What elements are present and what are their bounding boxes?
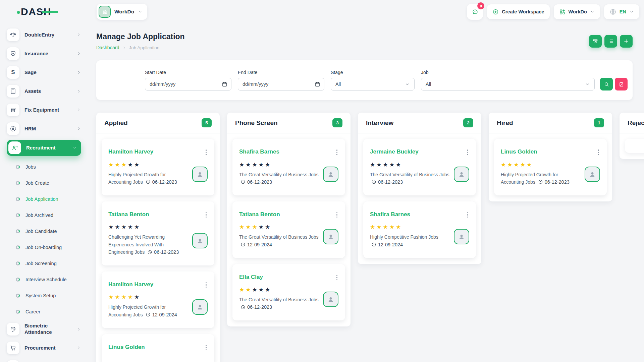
kebab-menu-button[interactable]	[466, 148, 470, 157]
candidate-name[interactable]: Tatiana Benton	[108, 211, 149, 218]
card-details: ★★★★★The Great Versatility of Business J…	[370, 162, 450, 187]
candidate-name[interactable]: Linus Golden	[501, 148, 537, 156]
sidebar-item-recruitment[interactable]: Recruitment	[7, 140, 81, 156]
candidate-card[interactable]: Shafira Barnes★★★★★Highly Competitive Fa…	[363, 201, 476, 258]
sidebar-item-sage[interactable]: SSage	[7, 63, 81, 82]
topbar: DASH WorkDo 0 Create Workspace WorkDo	[0, 0, 644, 23]
candidate-name[interactable]: Jermaine Buckley	[370, 148, 419, 156]
star-icon: ★	[239, 224, 246, 230]
calendar-icon[interactable]	[315, 81, 320, 87]
bullet-icon	[16, 310, 20, 314]
application-date: 06-12-2023	[370, 179, 403, 185]
messages-button[interactable]: 0	[467, 4, 483, 20]
job-description: The Great Versatility of Business Jobs 0…	[239, 296, 319, 312]
candidate-name[interactable]: Hamilton Harvey	[108, 148, 153, 156]
kebab-menu-button[interactable]	[335, 148, 339, 157]
column-body: Hamilton Harvey★★★★★Highly Projected Gro…	[96, 133, 220, 362]
kanban-column-applied: Applied5Hamilton Harvey★★★★★Highly Proje…	[96, 113, 220, 362]
scales-icon	[7, 28, 19, 41]
candidate-card[interactable]: Hamilton Harvey★★★★★Highly Projected Gro…	[102, 139, 214, 195]
kebab-menu-button[interactable]	[205, 211, 208, 219]
sidebar-item-fix-equipment[interactable]: Fix Equipment	[7, 101, 81, 119]
avatar	[323, 229, 338, 244]
sidebar-subitem-jobs[interactable]: Jobs	[7, 159, 81, 175]
stage-select[interactable]: All	[331, 78, 415, 90]
create-workspace-button[interactable]: Create Workspace	[487, 4, 549, 19]
sidebar-item-insurance[interactable]: Insurance	[7, 44, 81, 63]
sidebar-subitem-label: Job Application	[25, 196, 58, 202]
calendar-icon[interactable]	[222, 81, 227, 87]
candidate-card[interactable]: Hamilton Harvey★★★★★Highly Projected Gro…	[102, 272, 214, 328]
page-head: Manage Job Application Dashboard Job App…	[96, 32, 633, 50]
breadcrumb-dashboard-link[interactable]: Dashboard	[96, 45, 119, 50]
star-icon: ★	[389, 162, 396, 168]
candidate-card[interactable]: Ella Clay★★★★★The Great Versatility of B…	[232, 264, 345, 321]
list-view-button[interactable]	[604, 35, 617, 48]
language-selector[interactable]: EN	[604, 4, 639, 19]
sidebar-subitem-interview-schedule[interactable]: Interview Schedule	[7, 272, 81, 288]
rating-stars: ★★★★★	[108, 224, 188, 230]
card-body: ★★★★★Highly Projected Growth for Account…	[108, 162, 208, 187]
workdo-menu-button[interactable]: WorkDo	[554, 4, 600, 19]
column-body: Shafira Barnes★★★★★The Great Versatility…	[227, 133, 351, 326]
candidate-card[interactable]	[625, 139, 644, 153]
candidate-name[interactable]: Tatiana Benton	[239, 211, 280, 218]
sidebar-item-procurement[interactable]: Procurement	[7, 339, 81, 357]
clock-icon	[147, 249, 152, 257]
end-date-input[interactable]	[243, 81, 311, 87]
fingerprint-icon	[7, 323, 19, 336]
sidebar-subitem-career[interactable]: Career	[7, 304, 81, 320]
candidate-card[interactable]: Linus Golden★★★★★Highly Projected Growth…	[494, 139, 607, 195]
sidebar-subitem-job-candidate[interactable]: Job Candidate	[7, 223, 81, 239]
candidate-name[interactable]: Shafira Barnes	[239, 148, 279, 156]
kebab-menu-button[interactable]	[335, 274, 339, 282]
card-header: Shafira Barnes	[239, 148, 338, 157]
sidebar-item-assets[interactable]: Assets	[7, 82, 81, 101]
person-icon	[196, 170, 204, 178]
candidate-name[interactable]: Shafira Barnes	[370, 211, 410, 218]
application-date: 06-12-2023	[144, 179, 177, 185]
kebab-menu-button[interactable]	[335, 211, 339, 219]
sidebar-subitem-job-application[interactable]: Job Application	[7, 191, 81, 207]
card-body: ★★★★★Highly Projected Growth for Account…	[501, 162, 600, 187]
sidebar-subitem-job-screening[interactable]: Job Screening	[7, 255, 81, 272]
candidate-card[interactable]: Shafira Barnes★★★★★The Great Versatility…	[232, 139, 345, 195]
rating-stars: ★★★★★	[108, 294, 188, 300]
sidebar-subitem-job-create[interactable]: Job Create	[7, 175, 81, 191]
sidebar-subitem-system-setup[interactable]: System Setup	[7, 288, 81, 304]
kebab-menu-button[interactable]	[205, 281, 208, 289]
sidebar-subitem-job-archived[interactable]: Job Archived	[7, 207, 81, 223]
workspace-switcher[interactable]: WorkDo	[97, 4, 147, 20]
kebab-menu-button[interactable]	[597, 148, 600, 157]
sidebar-subitem-job-on-boarding[interactable]: Job On-boarding	[7, 239, 81, 255]
candidate-card[interactable]: Tatiana Benton★★★★★The Great Versatility…	[232, 201, 345, 258]
star-icon: ★	[239, 162, 246, 168]
job-select[interactable]: All	[421, 78, 595, 90]
reset-filter-button[interactable]	[615, 78, 628, 90]
chevron-down-icon	[72, 145, 77, 150]
sidebar-item-doubleentry[interactable]: DoubleEntry	[7, 25, 81, 44]
candidate-card[interactable]: Linus Golden	[102, 334, 214, 362]
kebab-menu-button[interactable]	[466, 211, 470, 219]
add-application-button[interactable]	[620, 35, 633, 48]
kebab-menu-button[interactable]	[205, 344, 208, 352]
candidate-card[interactable]: Jermaine Buckley★★★★★The Great Versatili…	[363, 139, 476, 195]
date-value: 12-09-2024	[247, 242, 272, 247]
chevron-down-icon	[138, 9, 143, 14]
star-icon: ★	[376, 162, 383, 168]
sidebar-item-partial[interactable]	[7, 357, 81, 362]
candidate-name[interactable]: Linus Golden	[108, 344, 145, 351]
apply-filter-button[interactable]	[600, 78, 613, 90]
clock-icon	[240, 304, 246, 312]
candidate-card[interactable]: Tatiana Benton★★★★★Challenging Yet Rewar…	[102, 201, 214, 265]
kebab-menu-button[interactable]	[205, 148, 208, 157]
sidebar-item-hrm[interactable]: HRM	[7, 119, 81, 138]
archive-button[interactable]	[589, 35, 602, 48]
start-date-input[interactable]	[150, 81, 218, 87]
sidebar-subitem-label: Jobs	[25, 164, 36, 170]
candidate-name[interactable]: Ella Clay	[239, 274, 263, 281]
candidate-name[interactable]: Hamilton Harvey	[108, 281, 153, 288]
stage-field: Stage All	[331, 70, 415, 90]
sidebar-item-biometric-attendance[interactable]: Biometric Attendance	[7, 320, 81, 339]
date-value: 06-12-2023	[545, 179, 570, 185]
